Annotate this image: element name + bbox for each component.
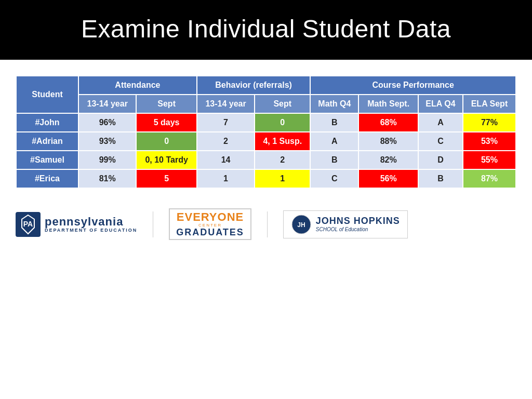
pa-logo: PA pennsylvania DEPARTMENT OF EDUCATION (16, 212, 137, 237)
sub-beh-year: 13-14 year (197, 95, 255, 113)
sub-beh-sept: Sept (255, 95, 310, 113)
cell-att_year: 93% (78, 132, 136, 151)
cell-beh_year: 14 (197, 151, 255, 169)
cell-math_q4: A (310, 132, 358, 151)
student-name: #Samuel (16, 151, 78, 169)
cell-beh_sept: 2 (255, 151, 310, 169)
cell-beh_sept: 4, 1 Susp. (255, 132, 310, 151)
eg-logo: EVERYONE CENTER GRADUATES (169, 208, 251, 240)
cell-math_q4: B (310, 151, 358, 169)
student-name: #Adrian (16, 132, 78, 151)
col-student: Student (16, 76, 78, 113)
svg-text:JH: JH (297, 221, 305, 229)
group-behavior: Behavior (referrals) (197, 76, 311, 95)
cell-att_year: 96% (78, 113, 136, 132)
sub-ela-q4: ELA Q4 (418, 95, 463, 113)
eg-graduates: GRADUATES (176, 228, 244, 237)
cell-math_sept: 56% (358, 169, 418, 188)
pa-name: pennsylvania (45, 216, 137, 228)
cell-math_sept: 88% (358, 132, 418, 151)
cell-math_sept: 82% (358, 151, 418, 169)
jh-sub: SCHOOL of Education (316, 227, 400, 232)
student-name: #John (16, 113, 78, 132)
cell-beh_year: 7 (197, 113, 255, 132)
cell-beh_sept: 1 (255, 169, 310, 188)
student-data-table: Student Attendance Behavior (referrals) … (16, 75, 516, 189)
group-course: Course Performance (310, 76, 516, 95)
main-content: Student Attendance Behavior (referrals) … (0, 60, 532, 199)
footer-divider-1 (153, 211, 153, 237)
sub-math-sept: Math Sept. (358, 95, 418, 113)
sub-math-q4: Math Q4 (310, 95, 358, 113)
cell-att_year: 99% (78, 151, 136, 169)
sub-att-sept: Sept (136, 95, 196, 113)
student-name: #Erica (16, 169, 78, 188)
footer-divider-2 (267, 211, 268, 237)
cell-att_year: 81% (78, 169, 136, 188)
jh-logo-text: JOHNS HOPKINS SCHOOL of Education (316, 216, 400, 232)
cell-ela_q4: D (418, 151, 463, 169)
cell-ela_sept: 87% (463, 169, 516, 188)
cell-ela_q4: A (418, 113, 463, 132)
jh-name: JOHNS HOPKINS (316, 216, 400, 227)
cell-ela_q4: C (418, 132, 463, 151)
cell-beh_year: 1 (197, 169, 255, 188)
cell-ela_sept: 53% (463, 132, 516, 151)
sub-ela-sept: ELA Sept (463, 95, 516, 113)
cell-math_q4: C (310, 169, 358, 188)
group-attendance: Attendance (78, 76, 197, 95)
cell-beh_sept: 0 (255, 113, 310, 132)
cell-beh_year: 2 (197, 132, 255, 151)
jh-logo: JH JOHNS HOPKINS SCHOOL of Education (283, 210, 408, 238)
cell-att_sept: 0, 10 Tardy (136, 151, 196, 169)
svg-text:PA: PA (23, 220, 33, 228)
pa-logo-icon: PA (16, 212, 41, 237)
cell-att_sept: 0 (136, 132, 196, 151)
jh-logo-icon: JH (291, 214, 312, 235)
cell-att_sept: 5 days (136, 113, 196, 132)
cell-math_q4: B (310, 113, 358, 132)
cell-ela_sept: 77% (463, 113, 516, 132)
eg-everyone: EVERYONE (177, 211, 244, 223)
cell-ela_q4: B (418, 169, 463, 188)
header: Examine Individual Student Data (0, 0, 532, 60)
sub-att-year: 13-14 year (78, 95, 136, 113)
cell-att_sept: 5 (136, 169, 196, 188)
footer: PA pennsylvania DEPARTMENT OF EDUCATION … (0, 199, 532, 240)
cell-math_sept: 68% (358, 113, 418, 132)
page-title: Examine Individual Student Data (81, 15, 451, 43)
pa-sub: DEPARTMENT OF EDUCATION (45, 228, 137, 233)
pa-logo-text: pennsylvania DEPARTMENT OF EDUCATION (45, 216, 137, 233)
cell-ela_sept: 55% (463, 151, 516, 169)
